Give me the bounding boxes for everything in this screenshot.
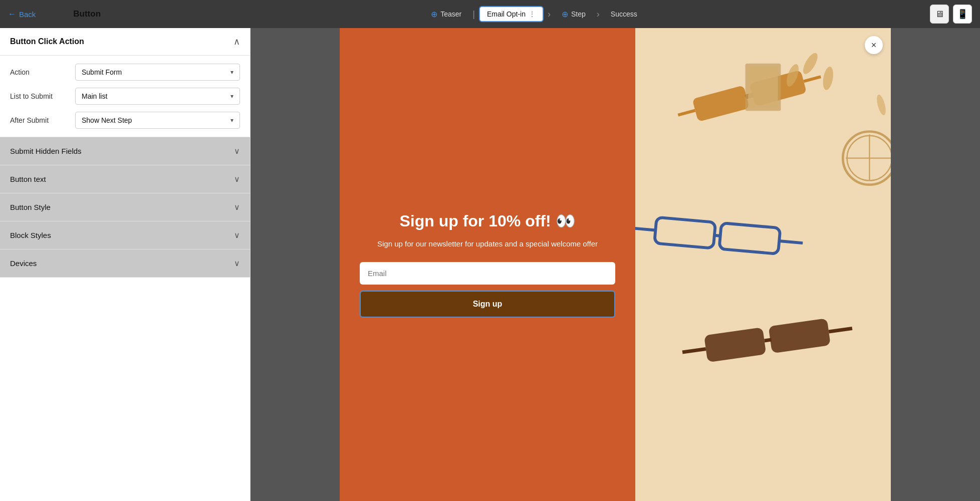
desktop-device-button[interactable]: 🖥 xyxy=(930,5,949,24)
submit-hidden-label: Submit Hidden Fields xyxy=(10,147,82,155)
flow-arrow-1: | xyxy=(472,9,475,20)
button-style-chevron-icon: ∨ xyxy=(234,202,240,212)
list-to-submit-row: List to Submit Main list ▾ xyxy=(10,88,240,105)
popup-right: × xyxy=(635,28,891,501)
svg-rect-25 xyxy=(749,67,778,108)
popup-left: Sign up for 10% off! 👀 Sign up for our n… xyxy=(340,28,635,501)
flow-item-success[interactable]: Success xyxy=(604,7,644,21)
submit-hidden-fields-section: Submit Hidden Fields ∨ xyxy=(0,137,250,165)
glasses-background xyxy=(635,28,891,501)
signup-button-label: Sign up xyxy=(473,300,503,308)
signup-button[interactable]: Sign up xyxy=(360,291,615,318)
block-styles-label: Block Styles xyxy=(10,231,51,239)
after-submit-row: After Submit Show Next Step ▾ xyxy=(10,112,240,129)
form-section: Action Submit Form ▾ List to Submit Main… xyxy=(0,56,250,137)
after-submit-value: Show Next Step xyxy=(82,116,132,124)
after-submit-label: After Submit xyxy=(10,116,75,124)
page-title: Button xyxy=(73,9,101,19)
button-style-header[interactable]: Button Style ∨ xyxy=(0,193,250,221)
collapse-button[interactable]: ∧ xyxy=(233,36,240,47)
top-bar: ← Back Button ⊕ Teaser | Email Opt-in ⋮ … xyxy=(0,0,980,28)
popup-headline: Sign up for 10% off! 👀 xyxy=(399,211,575,230)
email-input-wrap xyxy=(360,262,615,285)
flow-arrow-2: › xyxy=(548,9,551,20)
desktop-icon: 🖥 xyxy=(935,9,944,20)
devices-section: Devices ∨ xyxy=(0,249,250,278)
after-submit-select[interactable]: Show Next Step ▾ xyxy=(75,112,240,129)
flow-item-step[interactable]: ⊕ Step xyxy=(555,7,593,22)
list-chevron-icon: ▾ xyxy=(230,93,233,100)
device-switcher: 🖥 📱 xyxy=(930,5,972,24)
top-bar-left: ← Back Button xyxy=(8,9,138,19)
block-styles-header[interactable]: Block Styles ∨ xyxy=(0,221,250,249)
left-panel: Button Click Action ∧ Action Submit Form… xyxy=(0,28,251,501)
block-styles-section: Block Styles ∨ xyxy=(0,221,250,249)
svg-line-8 xyxy=(714,235,721,236)
list-value: Main list xyxy=(82,92,107,100)
svg-line-13 xyxy=(765,340,772,341)
flow-item-email-opt-in[interactable]: Email Opt-in ⋮ xyxy=(479,6,544,22)
dots-icon[interactable]: ⋮ xyxy=(529,10,536,18)
flow-item-email-opt-in-label: Email Opt-in xyxy=(487,10,526,18)
main-layout: Button Click Action ∧ Action Submit Form… xyxy=(0,28,980,501)
button-text-header[interactable]: Button text ∨ xyxy=(0,165,250,193)
flow-item-teaser-label: Teaser xyxy=(440,10,461,18)
back-label: Back xyxy=(19,10,36,19)
block-styles-chevron-icon: ∨ xyxy=(234,230,240,240)
popup-container: Sign up for 10% off! 👀 Sign up for our n… xyxy=(340,28,891,501)
back-button[interactable]: ← Back xyxy=(8,10,36,19)
popup-subtext: Sign up for our newsletter for updates a… xyxy=(377,238,598,250)
action-chevron-icon: ▾ xyxy=(230,69,233,76)
plus-icon: ⊕ xyxy=(431,10,437,19)
action-select[interactable]: Submit Form ▾ xyxy=(75,64,240,81)
button-text-label: Button text xyxy=(10,175,46,183)
action-label: Action xyxy=(10,68,75,76)
close-button[interactable]: × xyxy=(865,36,883,54)
submit-hidden-fields-header[interactable]: Submit Hidden Fields ∨ xyxy=(0,137,250,165)
button-text-section: Button text ∨ xyxy=(0,165,250,193)
list-select[interactable]: Main list ▾ xyxy=(75,88,240,105)
preview-area: Sign up for 10% off! 👀 Sign up for our n… xyxy=(251,28,980,501)
panel-header: Button Click Action ∧ xyxy=(0,28,250,56)
submit-hidden-chevron-icon: ∨ xyxy=(234,146,240,156)
button-style-label: Button Style xyxy=(10,203,51,211)
flow-arrow-3: › xyxy=(597,9,600,20)
button-text-chevron-icon: ∨ xyxy=(234,174,240,184)
action-value: Submit Form xyxy=(82,68,122,76)
svg-line-10 xyxy=(779,241,803,243)
flow-item-success-label: Success xyxy=(611,10,637,18)
devices-chevron-icon: ∨ xyxy=(234,259,240,268)
glasses-decoration xyxy=(635,28,891,501)
list-to-submit-label: List to Submit xyxy=(10,92,75,100)
email-input[interactable] xyxy=(360,262,615,285)
after-submit-chevron-icon: ▾ xyxy=(230,117,233,124)
panel-title: Button Click Action xyxy=(10,37,84,46)
close-icon: × xyxy=(871,40,877,51)
plus-icon-2: ⊕ xyxy=(562,10,568,19)
flow-item-step-label: Step xyxy=(571,10,586,18)
flow-navigation: ⊕ Teaser | Email Opt-in ⋮ › ⊕ Step › Suc… xyxy=(138,6,930,22)
devices-label: Devices xyxy=(10,259,37,268)
mobile-icon: 📱 xyxy=(957,9,968,20)
back-arrow-icon: ← xyxy=(8,10,16,19)
mobile-device-button[interactable]: 📱 xyxy=(953,5,972,24)
action-row: Action Submit Form ▾ xyxy=(10,64,240,81)
button-style-section: Button Style ∨ xyxy=(0,193,250,221)
devices-header[interactable]: Devices ∨ xyxy=(0,249,250,277)
flow-item-teaser[interactable]: ⊕ Teaser xyxy=(424,7,468,22)
